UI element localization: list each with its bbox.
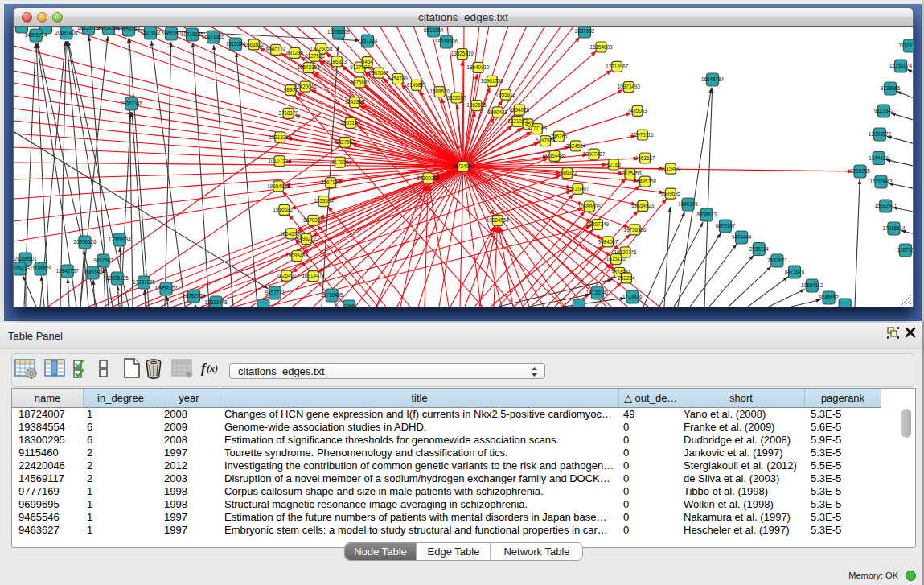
- svg-text:12213369: 12213369: [269, 134, 292, 140]
- svg-text:11156829: 11156829: [30, 266, 52, 271]
- svg-text:3675685: 3675685: [350, 80, 370, 85]
- svg-text:10688609: 10688609: [578, 204, 602, 209]
- svg-text:9245652: 9245652: [819, 295, 839, 300]
- svg-text:20691406: 20691406: [55, 30, 78, 35]
- svg-text:18640910: 18640910: [466, 64, 490, 70]
- svg-text:15692971: 15692971: [874, 203, 897, 208]
- svg-text:11123778: 11123778: [898, 43, 913, 48]
- svg-text:10807487: 10807487: [583, 151, 606, 157]
- svg-text:19756926: 19756926: [624, 227, 647, 233]
- svg-text:16033809: 16033809: [327, 29, 351, 35]
- svg-text:10107552: 10107552: [269, 158, 292, 163]
- svg-text:7357224: 7357224: [358, 38, 378, 43]
- svg-text:5464: 5464: [362, 59, 374, 64]
- svg-text:116753: 116753: [897, 247, 913, 253]
- svg-text:3267130: 3267130: [321, 179, 341, 185]
- svg-text:16210643: 16210643: [869, 179, 893, 184]
- svg-text:16648784: 16648784: [701, 76, 725, 82]
- svg-text:9474444: 9474444: [732, 234, 752, 240]
- svg-text:6497568: 6497568: [536, 138, 556, 143]
- svg-text:7986322: 7986322: [557, 170, 577, 175]
- svg-text:2935114: 2935114: [749, 246, 770, 252]
- svg-text:6498222: 6498222: [297, 236, 317, 241]
- svg-text:9146821: 9146821: [407, 82, 427, 88]
- svg-text:7663822: 7663822: [244, 42, 264, 47]
- svg-text:1362615: 1362615: [466, 102, 487, 108]
- svg-text:8813054: 8813054: [424, 27, 444, 33]
- svg-text:1353594: 1353594: [314, 198, 334, 204]
- svg-text:17016514: 17016514: [882, 225, 906, 231]
- svg-text:8938923: 8938923: [696, 212, 717, 217]
- svg-text:16120746: 16120746: [614, 249, 638, 255]
- svg-text:12975115: 12975115: [631, 132, 654, 138]
- svg-text:9329966: 9329966: [881, 85, 901, 91]
- svg-text:62160: 62160: [606, 162, 621, 167]
- svg-text:17957225: 17957225: [133, 279, 156, 285]
- svg-text:6322037: 6322037: [446, 95, 466, 101]
- svg-text:20206526: 20206526: [73, 239, 97, 245]
- svg-text:98901: 98901: [284, 87, 298, 93]
- svg-text:1588520: 1588520: [429, 89, 450, 94]
- svg-text:9699695: 9699695: [661, 191, 681, 196]
- svg-text:9227342: 9227342: [874, 108, 894, 113]
- svg-text:8427552: 8427552: [335, 139, 355, 145]
- svg-text:9084067: 9084067: [598, 239, 618, 245]
- svg-text:1244419: 1244419: [869, 155, 889, 161]
- svg-text:12093872: 12093872: [869, 131, 892, 137]
- svg-text:1145194: 1145194: [83, 270, 103, 275]
- svg-text:18807249: 18807249: [586, 221, 610, 227]
- svg-text:12213967: 12213967: [606, 64, 629, 69]
- svg-text:10654112: 10654112: [801, 282, 823, 288]
- svg-text:7632621: 7632621: [767, 257, 787, 263]
- svg-text:6966160: 6966160: [162, 31, 182, 36]
- svg-text:7485063: 7485063: [627, 108, 647, 113]
- svg-text:29053346: 29053346: [120, 101, 143, 106]
- svg-text:8454749: 8454749: [388, 76, 408, 81]
- svg-text:20364436: 20364436: [543, 153, 566, 159]
- svg-text:2687682: 2687682: [575, 28, 595, 34]
- svg-text:1066: 1066: [343, 303, 355, 307]
- svg-text:8471676: 8471676: [785, 269, 805, 274]
- svg-text:19218506: 19218506: [435, 39, 458, 44]
- svg-text:12905135: 12905135: [106, 275, 129, 281]
- svg-text:7625402: 7625402: [277, 273, 297, 278]
- svg-text:19166827: 19166827: [273, 207, 296, 212]
- svg-text:10025453: 10025453: [618, 171, 642, 176]
- svg-text:15716485: 15716485: [321, 292, 344, 298]
- svg-text:15720407: 15720407: [566, 186, 589, 192]
- svg-text:1733426: 1733426: [622, 294, 643, 299]
- svg-text:9242848: 9242848: [345, 99, 365, 105]
- svg-text:18724007: 18724007: [452, 163, 475, 169]
- svg-text:10973493: 10973493: [618, 84, 641, 89]
- svg-text:19654923: 19654923: [267, 183, 290, 189]
- svg-text:16671355: 16671355: [202, 34, 225, 39]
- svg-text:7515524: 7515524: [226, 41, 246, 47]
- svg-text:2803144: 2803144: [341, 120, 361, 126]
- svg-text:3624554: 3624554: [566, 143, 586, 149]
- svg-text:19384554: 19384554: [487, 217, 510, 223]
- svg-text:19654923: 19654923: [631, 203, 655, 208]
- svg-text:917006: 917006: [331, 159, 349, 165]
- svg-text:8960124: 8960124: [266, 47, 286, 52]
- svg-text:19099489: 19099489: [285, 253, 309, 258]
- svg-text:10958107: 10958107: [154, 286, 178, 291]
- svg-text:9115460: 9115460: [661, 166, 681, 171]
- svg-text:14055714: 14055714: [25, 32, 48, 38]
- svg-text:2718170: 2718170: [278, 110, 298, 116]
- svg-text:6879197: 6879197: [716, 223, 736, 229]
- svg-text:14136141: 14136141: [586, 290, 610, 295]
- svg-text:12923448: 12923448: [205, 299, 228, 305]
- svg-text:16782759: 16782759: [183, 293, 206, 299]
- svg-text:15751074: 15751074: [889, 63, 913, 68]
- svg-text:26269501: 26269501: [14, 256, 38, 262]
- svg-text:6794028: 6794028: [510, 107, 530, 113]
- svg-text:9463627: 9463627: [635, 155, 655, 161]
- svg-text:8990448: 8990448: [488, 109, 508, 115]
- svg-text:2967608: 2967608: [369, 70, 389, 76]
- svg-text:9777169: 9777169: [528, 126, 548, 131]
- svg-text:891295: 891295: [286, 50, 304, 56]
- svg-text:1527602: 1527602: [141, 30, 161, 35]
- svg-text:16914479: 16914479: [302, 273, 325, 278]
- svg-text:13325419: 13325419: [451, 51, 474, 56]
- svg-text:16961758: 16961758: [481, 78, 504, 84]
